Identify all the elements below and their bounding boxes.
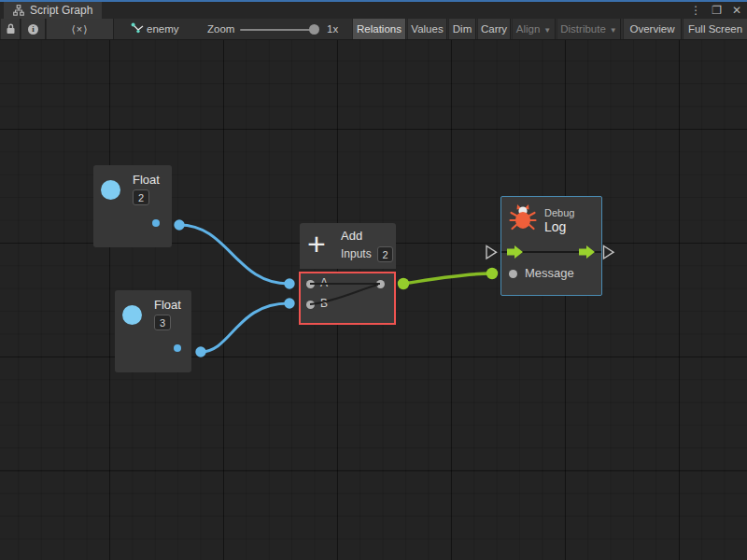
zoom-label: Zoom [207, 19, 234, 39]
info-button[interactable]: i [21, 19, 46, 39]
float-output-port[interactable] [152, 219, 160, 227]
flow-entry-triangle-icon[interactable] [486, 246, 497, 259]
lock-button[interactable] [0, 19, 21, 39]
node-add-header[interactable]: + Add Inputs 2 [300, 223, 396, 269]
relations-button[interactable]: Relations [352, 19, 406, 39]
zoom-value: 1x [327, 19, 338, 39]
node-float-3[interactable]: Float 3 [115, 290, 191, 372]
align-button-label: Align [516, 23, 541, 35]
node-title: Float [133, 173, 160, 187]
float-type-icon [122, 305, 142, 325]
plus-icon: + [307, 222, 326, 265]
script-graph-icon [13, 5, 24, 16]
message-input-port[interactable] [509, 270, 517, 278]
visual-scripting-window: Script Graph ⋮ ❐ ✕ i ⟨×⟩ enemy Zoom [0, 0, 747, 560]
float-value-input[interactable]: 3 [154, 315, 171, 330]
node-title: Log [544, 219, 566, 234]
graph-reference-icon [131, 22, 144, 35]
chevron-down-icon: ▼ [610, 26, 617, 35]
graph-name-label: enemy [147, 19, 179, 39]
wire-endpoint-dot[interactable] [284, 278, 294, 288]
node-title: Float [154, 298, 181, 312]
dim-button-label: Dim [453, 23, 472, 35]
tab-title: Script Graph [30, 4, 92, 17]
wire-endpoint-dot[interactable] [486, 268, 498, 279]
zoom-slider-handle[interactable] [309, 24, 319, 35]
wire-endpoint-dot[interactable] [284, 298, 294, 308]
flow-exit-triangle-icon[interactable] [604, 246, 614, 259]
chevron-down-icon: ▼ [543, 26, 551, 35]
tab-script-graph[interactable]: Script Graph [4, 2, 102, 19]
inputs-label: Inputs [341, 247, 372, 260]
input-port-a[interactable] [306, 280, 315, 288]
message-port-label: Message [525, 267, 574, 279]
node-debug-log-selected[interactable]: Debug Log Message [500, 196, 602, 296]
dim-button[interactable]: Dim [448, 19, 476, 39]
node-add-body-selected[interactable]: A B [299, 272, 396, 325]
fullscreen-button-label: Full Screen [688, 23, 742, 35]
wire-float2-to-a[interactable] [179, 225, 289, 284]
zoom-slider-track[interactable] [240, 29, 317, 31]
graph-toolbar: i ⟨×⟩ enemy Zoom 1x Relations Values Dim… [0, 19, 747, 40]
node-title: Add [341, 229, 362, 243]
window-menu-icon[interactable]: ⋮ [690, 5, 701, 16]
code-icon: ⟨×⟩ [71, 23, 88, 35]
graph-canvas[interactable]: Float 2 Float 3 + Add Inputs 2 A B [0, 40, 747, 560]
wire-endpoint-dot[interactable] [398, 278, 409, 289]
title-bar: Script Graph ⋮ ❐ ✕ [0, 2, 747, 19]
wire-endpoint-dot[interactable] [195, 346, 205, 357]
wire-float3-to-b[interactable] [201, 303, 289, 352]
input-port-b[interactable] [306, 301, 315, 309]
port-b-label: B [320, 298, 328, 310]
bug-icon [508, 203, 538, 232]
close-icon[interactable]: ✕ [732, 5, 741, 16]
wire-sum-to-message[interactable] [403, 273, 491, 284]
fullscreen-button[interactable]: Full Screen [683, 19, 747, 39]
node-category: Debug [544, 207, 574, 218]
node-float-2[interactable]: Float 2 [93, 165, 172, 247]
relations-button-label: Relations [357, 23, 402, 35]
window-controls: ⋮ ❐ ✕ [690, 2, 741, 19]
info-icon: i [28, 24, 38, 35]
lock-icon [6, 23, 16, 35]
wire-endpoint-dot[interactable] [174, 219, 184, 230]
values-button-label: Values [411, 23, 443, 35]
distribute-button-label: Distribute [560, 23, 606, 35]
distribute-button[interactable]: Distribute ▼ [557, 19, 621, 39]
maximize-icon[interactable]: ❐ [712, 5, 722, 16]
code-view-button[interactable]: ⟨×⟩ [46, 19, 114, 39]
align-button[interactable]: Align ▼ [512, 19, 556, 39]
port-a-label: A [320, 277, 328, 289]
carry-button-label: Carry [481, 23, 507, 35]
overview-button-label: Overview [630, 23, 675, 35]
sum-output-port[interactable] [376, 280, 385, 288]
float-value-input[interactable]: 2 [133, 189, 149, 205]
inputs-count-input[interactable]: 2 [377, 246, 393, 262]
float-type-icon [101, 180, 120, 200]
overview-button[interactable]: Overview [623, 19, 682, 39]
carry-button[interactable]: Carry [477, 19, 511, 39]
float-output-port[interactable] [174, 344, 181, 352]
values-button[interactable]: Values [407, 19, 447, 39]
